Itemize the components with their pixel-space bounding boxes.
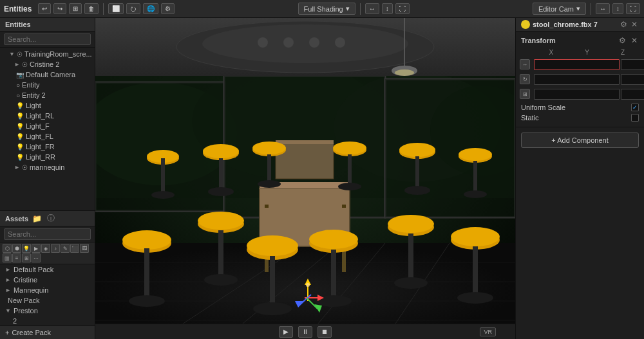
entity-label-light: Light (26, 102, 41, 109)
entity-list: ▼ ☉ TrainingRoom_scre... ► ☉ Cristine 2 … (0, 48, 95, 210)
asset-icon-light2[interactable]: 💡 (22, 244, 31, 253)
asset-icon-all[interactable]: ⊞ (22, 253, 31, 262)
asset-icon-material[interactable]: ◈ (41, 244, 50, 253)
create-pack-button[interactable]: + Create Pack (0, 325, 95, 339)
scale-row: ⊞ 1 1 1 (516, 87, 644, 101)
entity-item-light-rl[interactable]: 💡 Light_RL (0, 111, 95, 121)
svg-point-49 (252, 142, 286, 154)
icon-btn-3[interactable]: 🌐 (143, 3, 158, 14)
svg-rect-58 (415, 156, 419, 188)
asset-icon-video[interactable]: ▥ (3, 253, 12, 262)
transform-settings-btn[interactable]: ⚙ (618, 36, 627, 45)
icon-btn-2[interactable]: ⭮ (126, 3, 140, 14)
vr-button[interactable]: VR (480, 327, 496, 336)
align-btn-3[interactable]: ⛶ (395, 3, 410, 14)
svg-point-15 (258, 37, 268, 48)
svg-point-87 (457, 292, 493, 304)
entities-search-input[interactable] (4, 33, 91, 45)
align-btn-1[interactable]: ↔ (365, 3, 379, 14)
redo-button[interactable]: ↪ (53, 3, 66, 14)
shading-dropdown[interactable]: Full Shading ▾ (298, 3, 355, 15)
svg-point-55 (338, 183, 361, 190)
entity-item-light[interactable]: 💡 Light (0, 100, 95, 111)
scale-x[interactable]: 1 (534, 89, 620, 100)
asset-icon-anim[interactable]: ▶ (32, 244, 41, 253)
asset-item-newpack[interactable]: New Pack (0, 295, 95, 306)
inspector-actions: ⚙ ✕ (619, 20, 639, 29)
asset-icon-image[interactable]: 🖼 (80, 244, 89, 253)
svg-point-65 (122, 230, 171, 250)
entity-item-light-f[interactable]: 💡 Light_F (0, 121, 95, 131)
asset-item-mannequin[interactable]: ► Mannequin (0, 285, 95, 295)
static-checkbox[interactable] (631, 114, 639, 122)
asset-icon-script[interactable]: ✎ (61, 244, 70, 253)
svg-rect-42 (161, 158, 165, 194)
uniform-scale-checkbox[interactable] (631, 104, 639, 111)
play-button[interactable]: ▶ (279, 326, 293, 338)
inspector-close-button[interactable]: ✕ (630, 20, 639, 29)
icon-btn-4[interactable]: ⚙ (161, 3, 175, 14)
cam-btn-1[interactable]: ↔ (596, 3, 610, 14)
rotation-icon: ↻ (520, 74, 530, 84)
scale-y[interactable]: 1 (621, 89, 644, 100)
asset-icon-texture[interactable]: ⬛ (70, 244, 79, 253)
assets-title-text: Assets (5, 215, 28, 223)
rotation-x[interactable]: 0 (534, 74, 620, 85)
svg-point-73 (247, 235, 298, 256)
entity-item-entity2[interactable]: ○ Entity 2 (0, 90, 95, 100)
position-x[interactable]: 1.795624 (534, 59, 620, 70)
entity-icon-2: ○ (16, 92, 20, 99)
asset-item-cristine[interactable]: ► Cristine (0, 275, 95, 285)
svg-rect-50 (267, 154, 271, 183)
assets-info-icon[interactable]: ⓘ (46, 213, 56, 224)
asset-item-preston[interactable]: ▼ Preston (0, 306, 95, 316)
static-row: Static (521, 114, 639, 122)
asset-item-defaultpack[interactable]: ► Default Pack (0, 264, 95, 275)
pause-button[interactable]: ⏸ (298, 326, 312, 338)
align-btn-2[interactable]: ↕ (382, 3, 393, 14)
history-button[interactable]: ⊞ (69, 3, 82, 14)
panel-title: Entities (4, 5, 32, 14)
asset-label-defaultpack: Default Pack (14, 266, 53, 273)
entity-item-light-fl[interactable]: 💡 Light_FL (0, 131, 95, 142)
trash-button[interactable]: 🗑 (84, 3, 99, 14)
cam-btn-2[interactable]: ↕ (612, 3, 623, 14)
assets-search-input[interactable] (4, 228, 91, 240)
entities-title-text: Entities (5, 21, 31, 28)
position-y[interactable]: 0 (621, 59, 644, 70)
assets-section: Assets 📁 ⓘ ⬡ ⬢ 💡 ▶ ◈ ♪ ✎ ⬛ 🖼 ▥ ≡ ⊞ ⋯ (0, 210, 95, 339)
inspector-settings-button[interactable]: ⚙ (619, 20, 629, 29)
entity-item-mannequin[interactable]: ► ☉ mannequin (0, 162, 95, 172)
asset-icon-audio[interactable]: ♪ (51, 244, 60, 253)
asset-icon-mesh[interactable]: ⬢ (12, 244, 21, 253)
asset-icon-shapes[interactable]: ⬡ (3, 244, 12, 253)
asset-icon-data[interactable]: ≡ (12, 253, 21, 262)
entity-item-defaultcam[interactable]: 📷 Default Camera (0, 69, 95, 80)
entity-item-cristine2[interactable]: ► ☉ Cristine 2 (0, 59, 95, 69)
asset-item-2[interactable]: 2 (0, 316, 95, 325)
position-row: ↔ 1.795624 0 2.734263 (516, 58, 644, 71)
entity-item-trainingroom[interactable]: ▼ ☉ TrainingRoom_scre... (0, 49, 95, 59)
svg-point-57 (399, 143, 435, 157)
camera-dropdown[interactable]: Editor Cam ▾ (533, 3, 586, 15)
transform-close-btn[interactable]: ✕ (630, 36, 639, 45)
rotation-y[interactable]: 52.37819 (621, 74, 644, 85)
stop-button[interactable]: ⏹ (317, 326, 332, 338)
separator-2 (360, 3, 361, 15)
undo-button[interactable]: ↩ (38, 3, 51, 14)
entity-item-light-rr[interactable]: 💡 Light_RR (0, 152, 95, 162)
assets-folder-icon[interactable]: 📁 (31, 214, 43, 223)
svg-rect-54 (348, 154, 352, 185)
svg-point-63 (464, 190, 487, 198)
icon-btn-1[interactable]: ⬜ (108, 3, 124, 14)
light-icon-rr: 💡 (16, 154, 24, 161)
asset-label-preston: Preston (14, 307, 38, 315)
entity-label-trainingroom: TrainingRoom_scre... (24, 50, 92, 58)
entity-label-light-rr: Light_RR (26, 153, 55, 161)
viewport[interactable]: ▶ ⏸ ⏹ VR (95, 18, 515, 339)
cam-btn-3[interactable]: ⛶ (626, 3, 640, 14)
asset-icon-extra[interactable]: ⋯ (32, 253, 41, 262)
entity-item-light-fr[interactable]: 💡 Light_FR (0, 142, 95, 152)
entity-item-entity[interactable]: ○ Entity (0, 80, 95, 90)
add-component-button[interactable]: + Add Component (521, 133, 639, 148)
